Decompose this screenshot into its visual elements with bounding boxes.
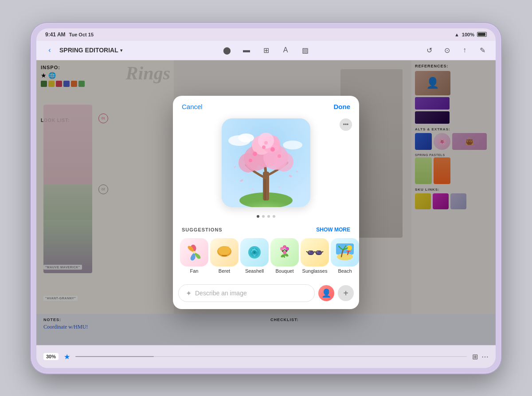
- svg-line-51: [322, 251, 323, 252]
- svg-point-15: [253, 152, 257, 156]
- cancel-button[interactable]: Cancel: [182, 103, 203, 110]
- document-title[interactable]: SPRING EDITORIAL ▾: [59, 47, 122, 54]
- svg-point-55: [317, 251, 318, 252]
- svg-rect-31: [222, 255, 227, 256]
- person-button[interactable]: 👤: [318, 285, 334, 301]
- bouquet-icon: [270, 238, 299, 267]
- sunglasses-icon: [301, 238, 329, 267]
- dot-1: [257, 215, 259, 218]
- toolbar: ‹ SPRING EDITORIAL ▾ ⬤ ▬ ⊞ A ▨ ↺ ⊙ ↑ ✎: [36, 41, 496, 60]
- toolbar-left: ‹ SPRING EDITORIAL ▾: [43, 44, 217, 56]
- svg-point-14: [258, 133, 274, 149]
- image-describe-input[interactable]: ✦ Describe an image: [178, 284, 315, 302]
- svg-point-35: [254, 251, 255, 253]
- battery-bar: [477, 32, 487, 37]
- svg-point-42: [280, 247, 284, 251]
- dot-2: [262, 215, 265, 218]
- tool-icon-4[interactable]: A: [279, 44, 292, 56]
- wifi-icon: ▲: [454, 32, 459, 37]
- person-icon: 👤: [321, 288, 331, 298]
- tool-icon-2[interactable]: ▬: [240, 44, 253, 56]
- bottom-bar: 30% ★ ⊞ ⋯: [36, 345, 496, 368]
- modal-input-area: ✦ Describe an image 👤 +: [173, 281, 359, 309]
- svg-point-27: [193, 251, 196, 254]
- suggestions-label: SUGGESTIONS: [182, 227, 223, 232]
- done-button[interactable]: Done: [334, 103, 351, 110]
- ellipsis-icon: •••: [343, 122, 349, 128]
- seashell-label: Seashell: [245, 268, 264, 274]
- chevron-down-icon: ▾: [120, 48, 122, 53]
- status-right: ▲ 100%: [454, 32, 487, 37]
- svg-point-17: [270, 147, 275, 152]
- seashell-icon: [240, 238, 269, 267]
- plus-icon: +: [343, 288, 348, 298]
- modal-image-area: •••: [173, 114, 359, 212]
- svg-point-54: [309, 251, 310, 252]
- ipad-frame: 9:41 AM Tue Oct 15 ▲ 100% ‹ SPRING EDITO…: [31, 23, 501, 373]
- back-button[interactable]: ‹: [43, 44, 56, 56]
- pencil-button[interactable]: ✎: [476, 44, 489, 56]
- svg-point-46: [284, 248, 286, 249]
- suggestion-bouquet[interactable]: Bouquet: [270, 238, 299, 274]
- ipad-screen: 9:41 AM Tue Oct 15 ▲ 100% ‹ SPRING EDITO…: [36, 28, 496, 368]
- toolbar-right: ↺ ⊙ ↑ ✎: [315, 44, 489, 56]
- tool-icon-1[interactable]: ⬤: [221, 44, 233, 56]
- grid-icon[interactable]: ⊞: [472, 353, 478, 361]
- svg-point-20: [264, 141, 268, 145]
- toolbar-center: ⬤ ▬ ⊞ A ▨: [221, 44, 311, 56]
- cherry-blossom-image: [222, 118, 310, 207]
- input-placeholder: Describe an image: [195, 290, 247, 297]
- status-bar: 9:41 AM Tue Oct 15 ▲ 100%: [36, 28, 496, 41]
- tool-icon-3[interactable]: ⊞: [260, 44, 272, 56]
- fan-label: Fan: [190, 268, 199, 274]
- share-button[interactable]: ↑: [458, 44, 471, 56]
- svg-point-41: [286, 247, 289, 251]
- bottom-right-tools: ⊞ ⋯: [472, 353, 489, 361]
- svg-point-16: [262, 145, 266, 149]
- svg-point-19: [249, 159, 252, 162]
- image-picker-modal: Cancel Done •••: [173, 96, 359, 309]
- svg-point-18: [278, 154, 281, 158]
- add-button[interactable]: +: [338, 285, 354, 301]
- more-options-button[interactable]: •••: [340, 118, 352, 131]
- zoom-level[interactable]: 30%: [43, 353, 59, 360]
- scrollbar-thumb: [75, 356, 154, 357]
- sparkle-icon: ✦: [186, 289, 192, 298]
- page-dots: [173, 212, 359, 221]
- battery-icon: 100%: [462, 32, 474, 37]
- suggestion-beach[interactable]: Beach: [331, 238, 359, 274]
- collaborate-button[interactable]: ⊙: [441, 44, 453, 56]
- svg-point-57: [337, 253, 353, 260]
- dot-3: [267, 215, 270, 218]
- suggestions-header: SUGGESTIONS SHOW MORE: [173, 221, 359, 236]
- suggestion-beret[interactable]: Beret: [210, 238, 239, 274]
- svg-point-3: [283, 141, 302, 149]
- share-history-button[interactable]: ↺: [423, 44, 435, 56]
- star-button[interactable]: ★: [64, 353, 70, 361]
- dot-4: [273, 215, 275, 218]
- svg-rect-6: [264, 176, 266, 200]
- beret-icon: [210, 238, 239, 267]
- suggestion-fan[interactable]: Fan: [180, 238, 208, 274]
- svg-line-50: [306, 251, 308, 252]
- show-more-button[interactable]: SHOW MORE: [316, 227, 350, 233]
- svg-point-47: [284, 250, 286, 251]
- suggestion-seashell[interactable]: Seashell: [240, 238, 269, 274]
- fan-icon: [180, 238, 208, 267]
- scrollbar-track: [75, 356, 467, 357]
- modal-header: Cancel Done: [173, 96, 359, 114]
- modal-overlay: Cancel Done •••: [36, 60, 496, 345]
- status-time: 9:41 AM: [45, 31, 66, 38]
- svg-point-2: [238, 133, 254, 142]
- tool-icon-5[interactable]: ▨: [299, 44, 311, 56]
- suggestion-sunglasses[interactable]: Sunglasses: [301, 238, 329, 274]
- svg-point-30: [227, 247, 229, 249]
- bouquet-label: Bouquet: [276, 268, 294, 274]
- beach-icon: [331, 238, 359, 267]
- status-date: Tue Oct 15: [69, 32, 94, 37]
- svg-point-11: [274, 152, 293, 172]
- beret-label: Beret: [219, 268, 230, 274]
- more-icon[interactable]: ⋯: [481, 353, 489, 361]
- suggestions-grid: Fan Beret: [173, 236, 359, 281]
- sunglasses-label: Sunglasses: [302, 268, 328, 274]
